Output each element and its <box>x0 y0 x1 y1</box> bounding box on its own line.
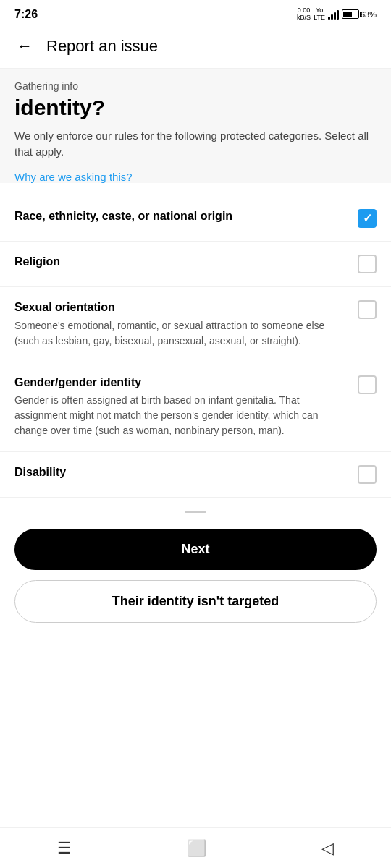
back-button[interactable]: ← <box>12 33 38 59</box>
option-gender-text: Gender/gender identity Gender is often a… <box>14 375 358 439</box>
home-icon[interactable]: ⬜ <box>187 839 206 858</box>
back-arrow-icon: ← <box>17 38 33 54</box>
content-area: Gathering info identity? We only enforce… <box>0 69 391 827</box>
question-description: We only enforce our rules for the follow… <box>14 128 377 161</box>
scroll-indicator <box>0 505 391 522</box>
network-type: Yo LTE <box>314 7 325 22</box>
option-sexual-orientation[interactable]: Sexual orientation Someone's emotional, … <box>0 287 391 362</box>
option-sexual-orientation-sublabel: Someone's emotional, romantic, or sexual… <box>14 318 346 349</box>
page-title: Report an issue <box>46 37 158 56</box>
buttons-section: Next Their identity isn't targeted <box>0 522 391 637</box>
signal-icon <box>328 9 339 20</box>
option-sexual-orientation-text: Sexual orientation Someone's emotional, … <box>14 300 358 349</box>
option-religion[interactable]: Religion <box>0 242 391 287</box>
option-disability-label: Disability <box>14 465 346 480</box>
gathering-section: Gathering info identity? We only enforce… <box>0 69 391 183</box>
menu-icon[interactable]: ☰ <box>57 839 72 858</box>
option-religion-checkbox[interactable] <box>358 255 377 273</box>
secondary-button[interactable]: Their identity isn't targeted <box>14 580 377 623</box>
question-title: identity? <box>14 95 377 121</box>
option-disability-checkbox[interactable] <box>358 465 377 484</box>
option-gender-sublabel: Gender is often assigned at birth based … <box>14 393 346 438</box>
header: ← Report an issue <box>0 26 391 69</box>
status-time: 7:26 <box>14 8 38 21</box>
next-button[interactable]: Next <box>14 529 377 570</box>
option-race-checkbox[interactable] <box>358 209 377 228</box>
battery-icon <box>342 9 359 19</box>
back-nav-icon[interactable]: ◁ <box>321 839 334 858</box>
battery-fill <box>343 12 352 17</box>
network-info: 0.00 kB/S <box>297 7 311 22</box>
status-bar: 7:26 0.00 kB/S Yo LTE 63% <box>0 0 391 26</box>
option-religion-label: Religion <box>14 255 346 270</box>
option-sexual-orientation-checkbox[interactable] <box>358 300 377 319</box>
option-race-text: Race, ethnicity, caste, or national orig… <box>14 209 358 226</box>
option-gender[interactable]: Gender/gender identity Gender is often a… <box>0 362 391 453</box>
status-right: 0.00 kB/S Yo LTE 63% <box>297 7 377 22</box>
options-section: Race, ethnicity, caste, or national orig… <box>0 196 391 506</box>
battery-percent: 63% <box>361 10 377 19</box>
option-race-label: Race, ethnicity, caste, or national orig… <box>14 209 346 224</box>
option-religion-text: Religion <box>14 255 358 271</box>
option-gender-checkbox[interactable] <box>358 375 377 394</box>
option-race[interactable]: Race, ethnicity, caste, or national orig… <box>0 196 391 242</box>
bottom-nav: ☰ ⬜ ◁ <box>0 827 391 868</box>
battery-indicator: 63% <box>342 9 377 19</box>
gathering-label: Gathering info <box>14 80 377 92</box>
option-disability[interactable]: Disability <box>0 452 391 498</box>
scroll-line <box>185 511 206 513</box>
option-sexual-orientation-label: Sexual orientation <box>14 300 346 315</box>
why-link[interactable]: Why are we asking this? <box>14 171 377 183</box>
option-gender-label: Gender/gender identity <box>14 375 346 391</box>
option-disability-text: Disability <box>14 465 358 482</box>
